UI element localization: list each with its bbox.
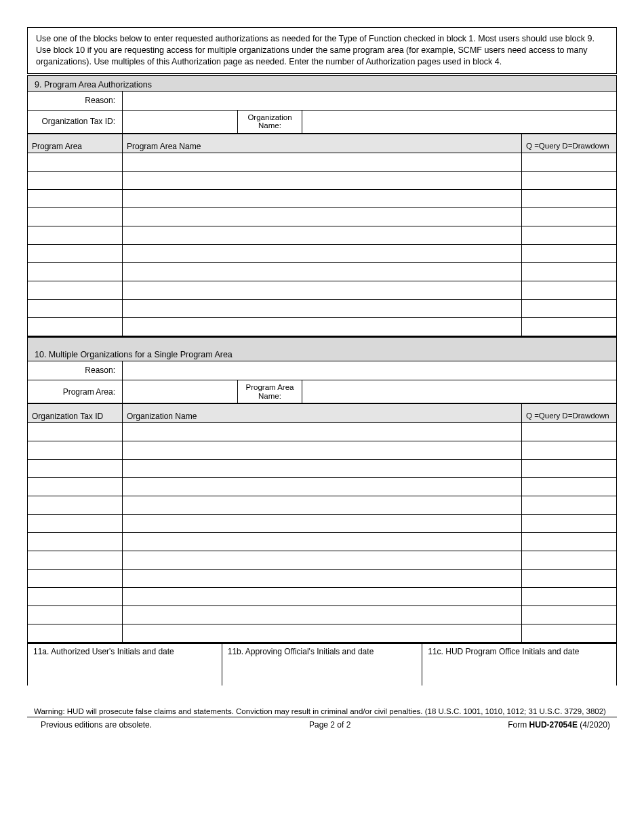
table-row bbox=[28, 496, 617, 515]
table-cell[interactable] bbox=[123, 423, 522, 441]
table-cell[interactable] bbox=[522, 441, 617, 460]
table-cell[interactable] bbox=[522, 460, 617, 478]
table-cell[interactable] bbox=[522, 570, 617, 588]
table-cell[interactable] bbox=[522, 299, 617, 317]
table-cell[interactable] bbox=[28, 262, 123, 281]
table-cell[interactable] bbox=[123, 570, 522, 588]
table-cell[interactable] bbox=[522, 317, 617, 336]
table-cell[interactable] bbox=[28, 588, 123, 606]
table-cell[interactable] bbox=[28, 171, 123, 189]
table-cell[interactable] bbox=[123, 588, 522, 606]
table-cell[interactable] bbox=[522, 226, 617, 244]
org-name-field[interactable] bbox=[302, 110, 617, 133]
table-row bbox=[28, 317, 617, 336]
table-row bbox=[28, 588, 617, 606]
table-cell[interactable] bbox=[28, 460, 123, 478]
table-cell[interactable] bbox=[522, 262, 617, 281]
sig-11b[interactable]: 11b. Approving Official's Initials and d… bbox=[222, 643, 422, 686]
table-cell[interactable] bbox=[123, 496, 522, 515]
program-area-field[interactable] bbox=[123, 380, 238, 403]
table-cell[interactable] bbox=[123, 441, 522, 460]
table-cell[interactable] bbox=[522, 588, 617, 606]
section-9-header: 9. Program Area Authorizations bbox=[27, 75, 617, 91]
table-cell[interactable] bbox=[28, 226, 123, 244]
table-cell[interactable] bbox=[28, 244, 123, 262]
table-cell[interactable] bbox=[522, 606, 617, 624]
table-cell[interactable] bbox=[123, 317, 522, 336]
table-cell[interactable] bbox=[28, 606, 123, 624]
table-cell[interactable] bbox=[123, 171, 522, 189]
table-row bbox=[28, 171, 617, 189]
reason-label-10: Reason: bbox=[28, 361, 123, 380]
table-cell[interactable] bbox=[28, 153, 123, 171]
table-cell[interactable] bbox=[28, 570, 123, 588]
table-row bbox=[28, 226, 617, 244]
table-cell[interactable] bbox=[123, 153, 522, 171]
table-row bbox=[28, 207, 617, 226]
table-row bbox=[28, 281, 617, 299]
table-cell[interactable] bbox=[522, 478, 617, 496]
table-cell[interactable] bbox=[28, 551, 123, 570]
instructions-box: Use one of the blocks below to enter req… bbox=[27, 27, 617, 74]
table-cell[interactable] bbox=[522, 515, 617, 533]
table-cell[interactable] bbox=[123, 460, 522, 478]
col-org-tax-id: Organization Tax ID bbox=[28, 404, 123, 423]
table-cell[interactable] bbox=[522, 189, 617, 207]
reason-field-10[interactable] bbox=[123, 361, 617, 380]
table-cell[interactable] bbox=[123, 226, 522, 244]
table-cell[interactable] bbox=[28, 189, 123, 207]
table-row bbox=[28, 533, 617, 551]
table-cell[interactable] bbox=[123, 533, 522, 551]
table-cell[interactable] bbox=[123, 606, 522, 624]
footer-left: Previous editions are obsolete. bbox=[41, 720, 152, 730]
org-tax-id-field[interactable] bbox=[123, 110, 238, 133]
table-cell[interactable] bbox=[28, 281, 123, 299]
table-cell[interactable] bbox=[28, 441, 123, 460]
table-cell[interactable] bbox=[522, 533, 617, 551]
section-9-table: Reason: Organization Tax ID: Organizatio… bbox=[27, 91, 617, 134]
table-cell[interactable] bbox=[28, 533, 123, 551]
table-cell[interactable] bbox=[123, 624, 522, 643]
table-cell[interactable] bbox=[123, 515, 522, 533]
table-cell[interactable] bbox=[123, 478, 522, 496]
table-cell[interactable] bbox=[522, 423, 617, 441]
table-row bbox=[28, 299, 617, 317]
table-cell[interactable] bbox=[522, 496, 617, 515]
table-cell[interactable] bbox=[28, 317, 123, 336]
org-name-label: Organization Name: bbox=[238, 110, 302, 133]
table-cell[interactable] bbox=[123, 262, 522, 281]
table-cell[interactable] bbox=[522, 624, 617, 643]
table-cell[interactable] bbox=[522, 153, 617, 171]
reason-field[interactable] bbox=[123, 91, 617, 110]
table-cell[interactable] bbox=[28, 624, 123, 643]
table-cell[interactable] bbox=[123, 189, 522, 207]
col-program-area-name: Program Area Name bbox=[123, 134, 522, 153]
section-9-grid: Program Area Program Area Name Q =Query … bbox=[27, 134, 617, 336]
sig-11a[interactable]: 11a. Authorized User's Initials and date bbox=[28, 643, 222, 686]
table-cell[interactable] bbox=[28, 207, 123, 226]
table-cell[interactable] bbox=[28, 299, 123, 317]
table-cell[interactable] bbox=[522, 207, 617, 226]
program-area-name-label: Program Area Name: bbox=[238, 380, 302, 403]
table-cell[interactable] bbox=[123, 281, 522, 299]
page-footer: Previous editions are obsolete. Page 2 o… bbox=[27, 717, 617, 730]
program-area-name-field[interactable] bbox=[302, 380, 617, 403]
table-cell[interactable] bbox=[28, 515, 123, 533]
table-cell[interactable] bbox=[522, 551, 617, 570]
table-cell[interactable] bbox=[123, 551, 522, 570]
table-cell[interactable] bbox=[28, 423, 123, 441]
form-number: HUD-27054E bbox=[529, 720, 578, 730]
table-cell[interactable] bbox=[28, 478, 123, 496]
footer-right: Form HUD-27054E (4/2020) bbox=[508, 720, 610, 730]
table-row bbox=[28, 460, 617, 478]
table-cell[interactable] bbox=[28, 496, 123, 515]
sig-11c[interactable]: 11c. HUD Program Office Initials and dat… bbox=[422, 643, 617, 686]
table-cell[interactable] bbox=[123, 299, 522, 317]
table-cell[interactable] bbox=[522, 171, 617, 189]
table-cell[interactable] bbox=[123, 244, 522, 262]
table-row bbox=[28, 624, 617, 643]
table-row bbox=[28, 570, 617, 588]
table-cell[interactable] bbox=[522, 281, 617, 299]
table-cell[interactable] bbox=[123, 207, 522, 226]
table-cell[interactable] bbox=[522, 244, 617, 262]
